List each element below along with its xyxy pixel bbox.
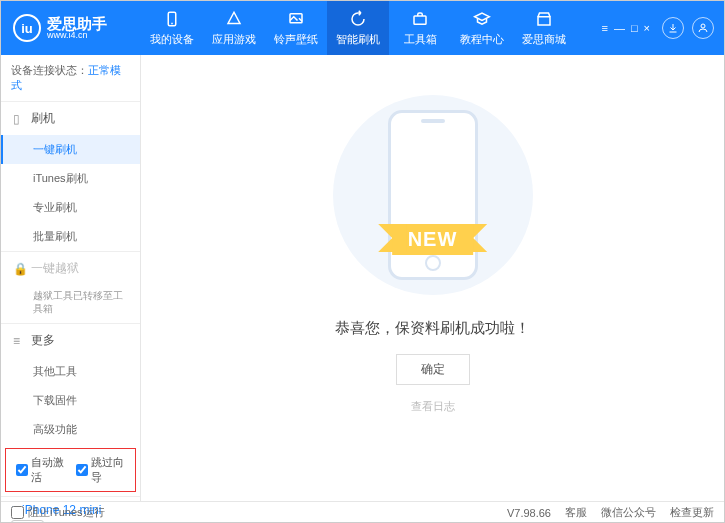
apps-icon (225, 10, 243, 28)
app-name: 爱思助手 (47, 16, 107, 31)
nav-my-device[interactable]: 我的设备 (141, 1, 203, 55)
sidebar-header-flash[interactable]: ▯ 刷机 (1, 102, 140, 135)
logo-icon: iu (13, 14, 41, 42)
title-right: ≡ — □ × (601, 17, 724, 39)
wallpaper-icon (287, 10, 305, 28)
download-icon (667, 22, 679, 34)
logo-area: iu 爱思助手 www.i4.cn (1, 14, 141, 42)
sidebar-header-label: 更多 (31, 332, 55, 349)
checkbox-input[interactable] (16, 464, 28, 476)
sidebar: 设备连接状态：正常模式 ▯ 刷机 一键刷机 iTunes刷机 专业刷机 批量刷机… (1, 55, 141, 501)
sidebar-header-label: 一键越狱 (31, 260, 79, 277)
maximize-icon[interactable]: □ (631, 22, 638, 34)
jailbreak-note: 越狱工具已转移至工具箱 (1, 285, 140, 323)
close-icon[interactable]: × (644, 22, 650, 34)
account-button[interactable] (692, 17, 714, 39)
app-url: www.i4.cn (47, 31, 107, 40)
status-label: 设备连接状态： (11, 64, 88, 76)
checkbox-highlight-box: 自动激活 跳过向导 (5, 448, 136, 492)
phone-icon: ▯ (13, 112, 25, 126)
checkbox-block-itunes[interactable]: 阻止iTunes运行 (11, 505, 105, 520)
connection-status: 设备连接状态：正常模式 (1, 55, 140, 101)
nav-label: 我的设备 (150, 32, 194, 47)
graduation-icon (473, 10, 491, 28)
new-ribbon: NEW (392, 224, 474, 255)
phone-icon (163, 10, 181, 28)
footer-update[interactable]: 检查更新 (670, 505, 714, 520)
nav-label: 工具箱 (404, 32, 437, 47)
footer-kefu[interactable]: 客服 (565, 505, 587, 520)
nav-label: 应用游戏 (212, 32, 256, 47)
window-controls: ≡ — □ × (601, 22, 650, 34)
main-content: NEW 恭喜您，保资料刷机成功啦！ 确定 查看日志 (141, 55, 724, 501)
nav-flash[interactable]: 智能刷机 (327, 1, 389, 55)
checkbox-auto-activate[interactable]: 自动激活 (16, 455, 66, 485)
version-label: V7.98.66 (507, 507, 551, 519)
sidebar-item-oneclick[interactable]: 一键刷机 (1, 135, 140, 164)
checkbox-input[interactable] (76, 464, 88, 476)
lock-icon: 🔒 (13, 262, 25, 276)
store-icon (535, 10, 553, 28)
sidebar-item-itunes[interactable]: iTunes刷机 (1, 164, 140, 193)
nav-label: 智能刷机 (336, 32, 380, 47)
nav-tabs: 我的设备 应用游戏 铃声壁纸 智能刷机 工具箱 教程中心 爱思商城 (141, 1, 601, 55)
sidebar-item-other[interactable]: 其他工具 (1, 357, 140, 386)
sidebar-header-more[interactable]: ≡ 更多 (1, 324, 140, 357)
checkbox-input[interactable] (11, 506, 24, 519)
svg-rect-3 (414, 16, 426, 24)
sidebar-header-jailbreak: 🔒 一键越狱 (1, 252, 140, 285)
toolbox-icon (411, 10, 429, 28)
nav-apps[interactable]: 应用游戏 (203, 1, 265, 55)
view-log-link[interactable]: 查看日志 (411, 399, 455, 414)
more-icon: ≡ (13, 334, 25, 348)
sidebar-item-batch[interactable]: 批量刷机 (1, 222, 140, 251)
menu-icon[interactable]: ≡ (601, 22, 607, 34)
sidebar-item-advanced[interactable]: 高级功能 (1, 415, 140, 444)
ok-button[interactable]: 确定 (396, 354, 470, 385)
checkbox-skip-guide[interactable]: 跳过向导 (76, 455, 126, 485)
success-illustration: NEW (333, 95, 533, 295)
checkbox-label: 阻止iTunes运行 (28, 505, 105, 520)
footer-wechat[interactable]: 微信公众号 (601, 505, 656, 520)
user-icon (697, 22, 709, 34)
download-button[interactable] (662, 17, 684, 39)
minimize-icon[interactable]: — (614, 22, 625, 34)
sidebar-header-label: 刷机 (31, 110, 55, 127)
nav-label: 铃声壁纸 (274, 32, 318, 47)
svg-point-4 (701, 24, 705, 28)
title-bar: iu 爱思助手 www.i4.cn 我的设备 应用游戏 铃声壁纸 智能刷机 工具… (1, 1, 724, 55)
nav-label: 教程中心 (460, 32, 504, 47)
nav-toolbox[interactable]: 工具箱 (389, 1, 451, 55)
nav-label: 爱思商城 (522, 32, 566, 47)
success-message: 恭喜您，保资料刷机成功啦！ (335, 319, 530, 338)
nav-ringtones[interactable]: 铃声壁纸 (265, 1, 327, 55)
sidebar-item-pro[interactable]: 专业刷机 (1, 193, 140, 222)
refresh-icon (349, 10, 367, 28)
nav-tutorials[interactable]: 教程中心 (451, 1, 513, 55)
checkbox-label: 自动激活 (31, 455, 66, 485)
nav-store[interactable]: 爱思商城 (513, 1, 575, 55)
checkbox-label: 跳过向导 (91, 455, 126, 485)
sidebar-item-download[interactable]: 下载固件 (1, 386, 140, 415)
